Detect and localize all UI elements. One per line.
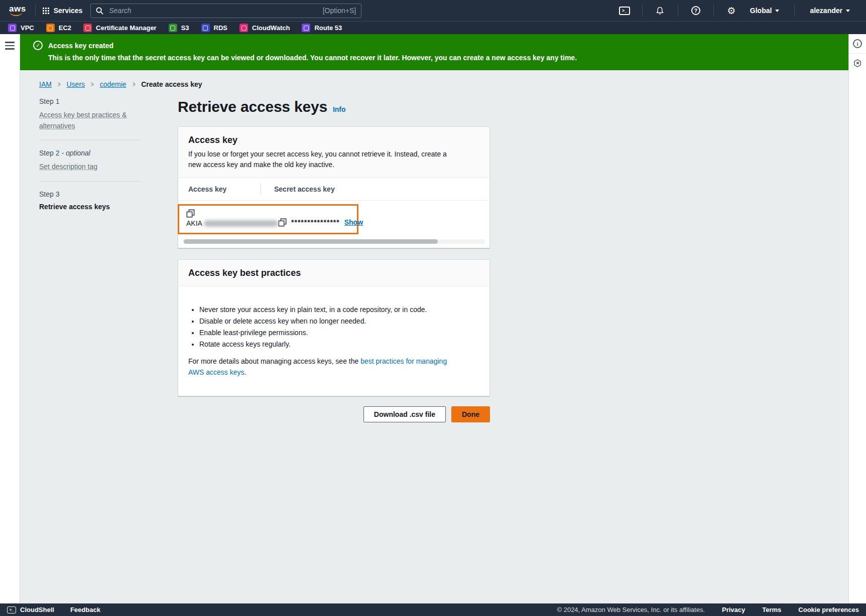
cloudshell-button[interactable]: >_ [614,7,635,15]
best-practices-card-header: Access key best practices [178,260,489,286]
main-column: Retrieve access keys Info Access key If … [178,97,490,422]
settings-button[interactable]: ⚙ [721,6,742,16]
favorite-s3[interactable]: S3 [169,24,189,32]
access-key-card-header: Access key If you lose or forget your se… [178,127,489,178]
footer-feedback-button[interactable]: Feedback [70,606,100,613]
username-label: alezander [810,7,842,15]
divider [39,140,141,140]
done-button[interactable]: Done [451,406,490,422]
divider [713,5,714,17]
horizontal-scrollbar-track[interactable] [183,239,485,244]
breadcrumb-codemie-link[interactable]: codemie [100,80,127,88]
favorite-rds[interactable]: RDS [201,24,227,32]
flashbar-title: Access key created [48,42,113,50]
success-flashbar: ✓ Access key created This is the only ti… [20,34,848,70]
help-panel-rail: i [848,34,866,603]
vpc-service-icon [8,24,17,32]
access-key-column-header: Access key [178,185,261,193]
best-practices-card-title: Access key best practices [188,268,479,278]
notifications-button[interactable] [650,6,671,15]
success-check-icon: ✓ [33,41,43,50]
certificate-manager-service-icon [83,24,92,32]
services-menu-button[interactable]: Services [43,7,83,15]
key-table-header: Access key Secret access key [178,178,489,201]
copy-secret-key-icon[interactable] [278,218,287,227]
best-practice-item: Disable or delete access key when no lon… [199,317,479,325]
download-csv-button[interactable]: Download .csv file [363,406,446,422]
step3-label: Step 3 [39,190,141,198]
breadcrumb-iam-link[interactable]: IAM [39,80,52,88]
favorite-cloudwatch[interactable]: CloudWatch [239,24,290,32]
copy-access-key-icon[interactable] [186,209,195,218]
favorites-bar: VPC EC2 Certificate Manager S3 RDS Cloud… [0,21,866,34]
chevron-right-icon: > [58,80,61,89]
best-practice-item: Never store your access key in plain tex… [199,305,479,314]
content-area: ✓ Access key created This is the only ti… [20,34,848,603]
show-secret-link[interactable]: Show [344,218,363,226]
breadcrumb-current: Create access key [141,80,202,88]
secret-key-cell: *************** Show [278,209,363,227]
help-question-icon: ? [691,6,700,15]
left-navigation-rail [0,34,20,603]
step1-link[interactable]: Access key best practices & alternatives [39,110,141,131]
flashbar-message: This is the only time that the secret ac… [48,54,835,62]
region-label: Global [750,7,772,15]
services-grid-icon [43,8,49,14]
favorite-label: CloudWatch [252,24,290,32]
chevron-down-icon [775,10,779,12]
favorite-certificate-manager[interactable]: Certificate Manager [83,24,157,32]
chevron-right-icon: > [133,80,136,89]
info-panel-toggle[interactable]: i [849,34,866,53]
topbar-right-controls: >_ ? ⚙ Global alezand [614,5,858,17]
search-shortcut-hint: [Option+S] [323,7,356,15]
info-link[interactable]: Info [333,105,346,113]
step1-label: Step 1 [39,97,141,105]
page-title-text: Retrieve access keys [178,98,327,115]
best-practice-item: Rotate access keys regularly. [199,340,479,348]
step2-link[interactable]: Set description tag [39,162,97,173]
favorite-ec2[interactable]: EC2 [46,24,71,32]
hamburger-menu-icon[interactable] [5,42,15,52]
footer-cloudshell-label: CloudShell [20,606,54,613]
access-key-redacted-blur [204,220,278,227]
access-key-card-description: If you lose or forget your secret access… [188,149,452,170]
favorite-route53[interactable]: Route 53 [302,24,342,32]
copyright-text: © 2024, Amazon Web Services, Inc. or its… [557,606,705,613]
step2-label: Step 2 - optional [39,149,141,157]
secret-key-column-header: Secret access key [261,185,335,193]
breadcrumb: IAM > Users > codemie > Create access ke… [39,80,848,88]
chevron-right-icon: > [91,80,94,89]
best-practices-card: Access key best practices Never store yo… [178,259,490,396]
footer-feedback-label: Feedback [70,606,100,613]
hexagon-tools-icon [853,59,862,68]
favorite-label: Certificate Manager [96,24,157,32]
best-practice-item: Enable least-privilege permissions. [199,329,479,337]
resources-panel-toggle[interactable] [849,54,866,73]
region-selector[interactable]: Global [742,7,788,15]
rds-service-icon [201,24,210,32]
divider [39,181,141,182]
wizard-steps-sidebar: Step 1 Access key best practices & alter… [39,97,141,422]
footer-cloudshell-button[interactable]: >_ CloudShell [7,606,54,613]
access-key-card-title: Access key [188,135,479,145]
access-key-card: Access key If you lose or forget your se… [178,126,490,248]
breadcrumb-users-link[interactable]: Users [66,80,85,88]
cloudshell-terminal-icon: >_ [619,7,630,15]
favorite-label: RDS [214,24,227,32]
top-nav-bar: aws Services [Option+S] >_ [0,0,866,21]
footer-right: © 2024, Amazon Web Services, Inc. or its… [557,606,859,613]
search-icon [96,7,103,15]
account-menu[interactable]: alezander [802,7,858,15]
aws-logo[interactable]: aws [8,4,28,17]
aws-smile-icon [10,12,22,16]
chevron-down-icon [846,10,850,12]
access-key-prefix: AKIA [186,219,202,227]
terms-link[interactable]: Terms [762,606,781,613]
help-button[interactable]: ? [685,6,706,15]
global-search[interactable]: [Option+S] [90,4,361,18]
search-input[interactable] [108,6,318,15]
favorite-vpc[interactable]: VPC [8,24,34,32]
horizontal-scrollbar-thumb[interactable] [184,239,438,244]
privacy-link[interactable]: Privacy [722,606,745,613]
cookie-preferences-link[interactable]: Cookie preferences [798,606,859,613]
